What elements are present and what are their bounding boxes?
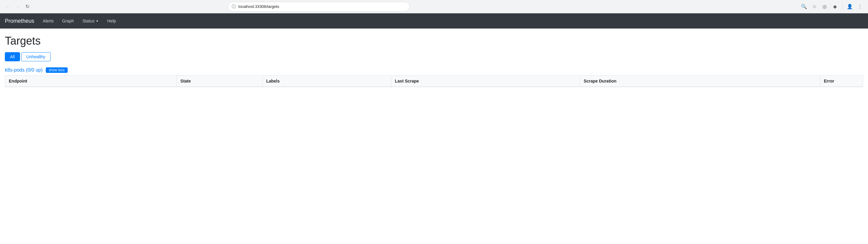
nav-help[interactable]: Help xyxy=(103,16,120,26)
targets-table: Endpoint State Labels Last Scrape Scrape… xyxy=(5,75,863,87)
nav-status[interactable]: Status ▼ xyxy=(79,16,102,26)
page-title: Targets xyxy=(5,35,863,47)
col-header-labels: Labels xyxy=(262,75,391,87)
col-header-error: Error xyxy=(820,75,863,87)
main-content: Targets All Unhealthy k8s-pods (0/0 up) … xyxy=(0,29,868,99)
address-bar[interactable]: ⓘ localhost:33308/targets xyxy=(228,2,410,11)
search-icon[interactable]: 🔍 xyxy=(800,2,808,11)
browser-chrome: ← → ↻ ⓘ localhost:33308/targets 🔍 ☆ ◎ ◆ … xyxy=(0,0,868,13)
col-header-state: State xyxy=(177,75,262,87)
profile-icon[interactable]: 👤 xyxy=(845,2,854,11)
target-group-k8s-pods: k8s-pods (0/0 up) show less Endpoint Sta… xyxy=(5,67,863,87)
table-header: Endpoint State Labels Last Scrape Scrape… xyxy=(5,75,863,87)
filter-buttons: All Unhealthy xyxy=(5,52,863,61)
col-header-endpoint: Endpoint xyxy=(5,75,177,87)
show-less-button[interactable]: show less xyxy=(46,67,68,73)
navbar: Prometheus Alerts Graph Status ▼ Help xyxy=(0,13,868,29)
col-header-scrape-duration: Scrape Duration xyxy=(580,75,820,87)
extension-icon[interactable]: ◎ xyxy=(820,2,829,11)
nav-alerts[interactable]: Alerts xyxy=(39,16,57,26)
extension2-icon[interactable]: ◆ xyxy=(831,2,839,11)
col-header-last-scrape: Last Scrape xyxy=(391,75,580,87)
nav-graph[interactable]: Graph xyxy=(59,16,78,26)
filter-unhealthy-button[interactable]: Unhealthy xyxy=(21,52,51,61)
forward-button[interactable]: → xyxy=(13,2,22,11)
browser-nav-buttons: ← → ↻ xyxy=(4,2,32,11)
url-text: localhost:33308/targets xyxy=(238,4,406,9)
back-button[interactable]: ← xyxy=(4,2,12,11)
divider xyxy=(842,4,842,10)
nav-status-label: Status xyxy=(83,19,95,23)
menu-icon[interactable]: ⋮ xyxy=(856,2,864,11)
target-group-title[interactable]: k8s-pods (0/0 up) xyxy=(5,67,43,73)
filter-all-button[interactable]: All xyxy=(5,52,20,61)
bookmark-icon[interactable]: ☆ xyxy=(810,2,818,11)
table-header-row: Endpoint State Labels Last Scrape Scrape… xyxy=(5,75,863,87)
target-group-header: k8s-pods (0/0 up) show less xyxy=(5,67,863,73)
reload-button[interactable]: ↻ xyxy=(23,2,32,11)
navbar-nav: Alerts Graph Status ▼ Help xyxy=(39,16,120,26)
chevron-down-icon: ▼ xyxy=(96,20,99,23)
navbar-brand[interactable]: Prometheus xyxy=(5,18,34,24)
lock-icon: ⓘ xyxy=(232,4,236,9)
browser-actions: 🔍 ☆ ◎ ◆ 👤 ⋮ xyxy=(800,2,864,11)
